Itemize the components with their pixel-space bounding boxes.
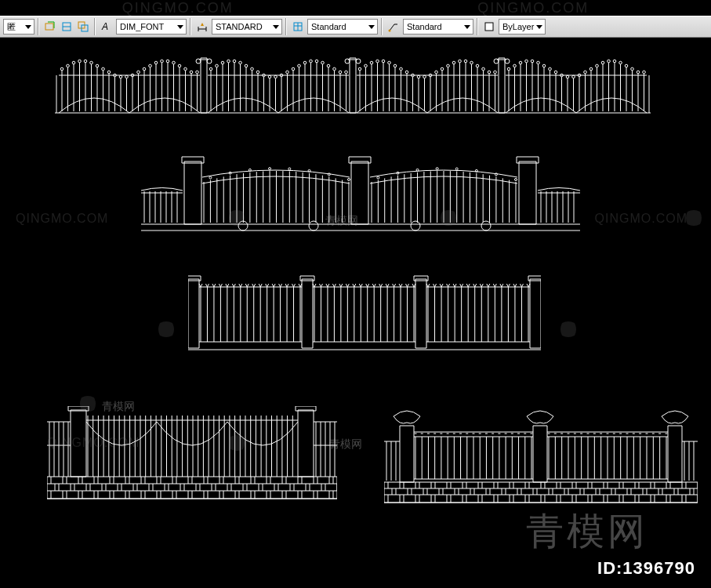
svg-line-440 bbox=[455, 284, 456, 287]
svg-point-92 bbox=[239, 61, 242, 64]
svg-point-62 bbox=[143, 67, 146, 71]
svg-point-20 bbox=[207, 59, 212, 64]
toolbar: 匿 A DIM_FONT STANDARD Standard Standard … bbox=[0, 16, 711, 38]
svg-point-188 bbox=[537, 61, 540, 64]
layer-iso-icon[interactable] bbox=[75, 19, 91, 34]
text-style-dropdown[interactable]: STANDARD bbox=[212, 19, 282, 34]
svg-line-382 bbox=[319, 284, 321, 287]
svg-line-416 bbox=[394, 284, 396, 287]
svg-line-343 bbox=[226, 284, 227, 287]
svg-point-146 bbox=[405, 71, 408, 74]
svg-point-314 bbox=[515, 179, 517, 181]
svg-point-118 bbox=[315, 60, 318, 63]
svg-point-114 bbox=[303, 61, 307, 64]
svg-point-267 bbox=[269, 168, 271, 170]
svg-rect-25 bbox=[499, 58, 505, 113]
watermark-text: QINGMO.COM bbox=[16, 212, 108, 226]
svg-point-82 bbox=[209, 67, 212, 71]
svg-line-376 bbox=[299, 284, 300, 287]
svg-line-373 bbox=[292, 284, 294, 287]
table-icon[interactable] bbox=[290, 19, 306, 34]
svg-point-306 bbox=[475, 169, 477, 172]
watermark-text: QINGMO.COM bbox=[595, 212, 687, 226]
svg-point-124 bbox=[333, 67, 336, 71]
svg-rect-318 bbox=[302, 279, 313, 348]
svg-line-356 bbox=[254, 284, 256, 287]
svg-point-156 bbox=[435, 71, 438, 74]
svg-rect-319 bbox=[300, 276, 314, 281]
svg-line-422 bbox=[408, 284, 409, 287]
svg-line-349 bbox=[239, 284, 241, 287]
svg-point-279 bbox=[328, 173, 330, 176]
svg-rect-317 bbox=[188, 276, 201, 281]
color-dropdown[interactable]: ByLayer bbox=[499, 19, 546, 34]
svg-text:A: A bbox=[101, 21, 108, 32]
svg-rect-689 bbox=[384, 482, 698, 503]
svg-line-362 bbox=[267, 284, 269, 287]
svg-point-104 bbox=[274, 75, 278, 78]
svg-line-424 bbox=[412, 284, 414, 287]
svg-line-406 bbox=[372, 284, 374, 287]
svg-point-28 bbox=[505, 59, 510, 64]
svg-point-222 bbox=[637, 71, 640, 74]
svg-line-395 bbox=[347, 284, 349, 287]
svg-point-96 bbox=[251, 67, 254, 71]
svg-line-413 bbox=[387, 284, 389, 287]
svg-point-90 bbox=[233, 60, 236, 63]
svg-point-172 bbox=[482, 67, 485, 71]
svg-line-469 bbox=[520, 284, 521, 287]
svg-line-449 bbox=[475, 284, 477, 287]
svg-point-132 bbox=[365, 64, 368, 67]
watermark-cn: 青模网 bbox=[325, 214, 358, 228]
svg-rect-323 bbox=[528, 276, 541, 281]
svg-point-110 bbox=[292, 67, 295, 71]
drawing-area[interactable]: QINGMO.COM QINGMO.COM QINGMO.COM 青模网 青模网… bbox=[0, 38, 711, 588]
watermark-text: QINGMO.COM bbox=[47, 436, 140, 450]
svg-point-192 bbox=[549, 67, 552, 71]
layer-states-icon[interactable] bbox=[42, 19, 58, 34]
svg-line-419 bbox=[401, 284, 402, 287]
svg-point-76 bbox=[184, 67, 187, 71]
mleader-icon[interactable] bbox=[386, 19, 401, 34]
svg-point-64 bbox=[149, 64, 152, 67]
svg-rect-231 bbox=[519, 162, 536, 224]
watermark-logo-icon bbox=[78, 394, 97, 413]
svg-point-162 bbox=[452, 61, 455, 64]
fence3-bars bbox=[188, 273, 541, 351]
color-swatch-icon[interactable] bbox=[481, 19, 497, 34]
svg-line-427 bbox=[426, 284, 428, 287]
svg-rect-322 bbox=[530, 279, 541, 348]
table-style1-dropdown[interactable]: Standard bbox=[307, 19, 378, 34]
svg-point-182 bbox=[519, 61, 522, 64]
svg-point-259 bbox=[229, 172, 231, 174]
svg-line-338 bbox=[214, 284, 216, 287]
svg-line-464 bbox=[508, 284, 510, 287]
svg-point-176 bbox=[494, 71, 497, 74]
layer-tool-icon[interactable] bbox=[59, 19, 74, 34]
svg-point-214 bbox=[613, 60, 616, 63]
svg-point-27 bbox=[494, 59, 499, 64]
layer-dropdown[interactable]: 匿 bbox=[3, 19, 34, 34]
svg-point-122 bbox=[327, 64, 330, 67]
svg-point-220 bbox=[631, 67, 634, 71]
table-style2-dropdown[interactable]: Standard bbox=[403, 19, 473, 34]
fence2-bars bbox=[141, 155, 580, 234]
watermark-logo-icon bbox=[227, 434, 246, 452]
svg-point-204 bbox=[584, 71, 587, 74]
svg-rect-228 bbox=[182, 157, 204, 163]
dim-icon[interactable] bbox=[194, 19, 210, 34]
svg-rect-232 bbox=[517, 157, 539, 163]
svg-point-271 bbox=[288, 168, 291, 170]
svg-point-194 bbox=[554, 71, 557, 74]
svg-point-236 bbox=[309, 221, 318, 230]
svg-line-433 bbox=[440, 284, 441, 287]
svg-rect-479 bbox=[68, 406, 89, 411]
svg-point-74 bbox=[178, 64, 181, 67]
svg-point-310 bbox=[495, 173, 497, 176]
dim-style-dropdown[interactable]: DIM_FONT bbox=[116, 19, 187, 34]
dim-font-icon[interactable]: A bbox=[99, 19, 114, 34]
svg-point-158 bbox=[441, 67, 444, 71]
svg-point-94 bbox=[245, 64, 248, 67]
svg-point-48 bbox=[102, 67, 105, 71]
svg-point-212 bbox=[608, 60, 611, 63]
